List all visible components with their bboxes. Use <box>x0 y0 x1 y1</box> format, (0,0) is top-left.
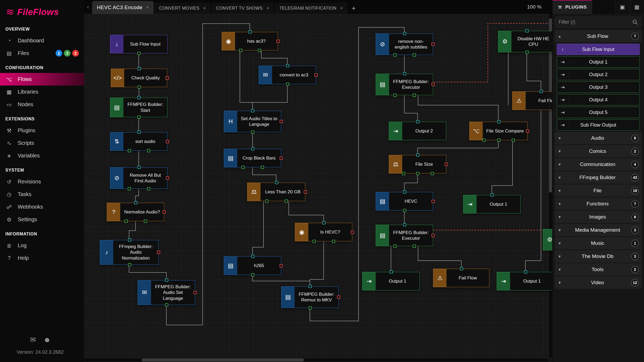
failure-connector[interactable] <box>526 130 529 133</box>
output-connector[interactable] <box>525 51 529 54</box>
input-connector[interactable] <box>165 279 168 282</box>
input-connector[interactable] <box>390 270 393 274</box>
tab-plugins[interactable]: ⚒ PLUGINS <box>552 0 592 14</box>
flow-node-is-hevc[interactable]: ◉Is HEVC? <box>295 223 352 241</box>
tab-close-icon[interactable]: × <box>146 5 149 10</box>
flow-node-convert-to-ac3[interactable]: ✉convert to ac3 <box>259 66 316 84</box>
flow-node-hevc[interactable]: ▤HEVC <box>376 192 433 210</box>
input-connector[interactable] <box>322 221 325 224</box>
plugin-group-music[interactable]: ▼Music1 <box>555 237 642 249</box>
failure-connector[interactable] <box>431 200 435 203</box>
output-connector[interactable] <box>128 263 131 266</box>
sidebar-item-scripts[interactable]: ∿Scripts <box>0 137 84 149</box>
failure-connector[interactable] <box>166 140 169 143</box>
sidebar-item-revisions[interactable]: ↺Revisions <box>0 175 84 188</box>
output-connector[interactable] <box>128 149 131 152</box>
flow-node-output-1[interactable]: ⇥Output 1 <box>497 272 552 290</box>
output-connector[interactable] <box>393 245 397 248</box>
failure-connector[interactable] <box>163 210 166 214</box>
flow-node-h265[interactable]: ▤h265 <box>224 256 281 275</box>
failure-connector[interactable] <box>337 295 340 299</box>
output-connector[interactable] <box>413 53 416 57</box>
failure-connector[interactable] <box>431 43 435 46</box>
output-connector[interactable] <box>332 240 335 243</box>
input-connector[interactable] <box>540 90 543 93</box>
failure-connector[interactable] <box>157 251 160 254</box>
flow-node-output-1[interactable]: ⇥Output 1 <box>463 195 521 213</box>
output-connector[interactable] <box>128 187 131 190</box>
output-connector[interactable] <box>512 139 515 142</box>
discord-icon[interactable]: ☻ <box>43 336 51 344</box>
sidebar-item-flows[interactable]: ⌥Flows <box>0 73 84 86</box>
flow-node-check-quality[interactable]: </>Check Quality <box>111 69 167 87</box>
tab-fields[interactable]: ▦ <box>630 0 644 14</box>
plugin-group-ffmpeg-builder[interactable]: ▼FFmpeg Builder43 <box>555 171 642 184</box>
sidebar-item-files[interactable]: ▤Files232 <box>0 47 84 60</box>
output-connector[interactable] <box>413 245 416 248</box>
output-connector[interactable] <box>431 172 434 175</box>
flow-node-sort-audio[interactable]: ⇅sort audio <box>110 132 167 151</box>
flow-tab-convert-tv-shows[interactable]: CONVERT TV SHOWS× <box>211 3 274 14</box>
sidebar-item-tasks[interactable]: ◷Tasks <box>0 188 84 201</box>
output-connector[interactable] <box>239 49 242 52</box>
output-connector[interactable] <box>265 200 268 203</box>
flow-node-set-audio-titles-to-language[interactable]: HSet Audio Titles to Language <box>224 111 281 132</box>
plugin-item-output-2[interactable]: ⇥Output 2 <box>557 69 640 80</box>
output-connector[interactable] <box>402 172 405 175</box>
output-connector[interactable] <box>261 166 264 169</box>
flow-tab-telegram-notification[interactable]: TELEGRAM NOTIFICATION× <box>274 3 348 14</box>
output-connector[interactable] <box>309 306 312 309</box>
output-connector[interactable] <box>165 303 168 306</box>
plugin-filter-input[interactable] <box>555 17 641 28</box>
failure-connector[interactable] <box>445 163 448 166</box>
plugin-item-output-4[interactable]: ⇥Output 4 <box>557 94 640 105</box>
plugin-group-communication[interactable]: ▼Communication4 <box>555 158 642 171</box>
input-connector[interactable] <box>309 285 312 288</box>
flow-node-fail-flow[interactable]: ⚠Fail Flow <box>433 269 489 287</box>
output-connector[interactable] <box>147 149 150 152</box>
sidebar-item-webhooks[interactable]: ☍Webhooks <box>0 201 84 213</box>
sidebar-item-dashboard[interactable]: ◔Dashboard <box>0 34 84 47</box>
output-connector[interactable] <box>313 240 316 243</box>
flow-node-remove-non-english-subtitles[interactable]: ⊘remove non-english subtitles <box>376 34 433 55</box>
plugin-item-output-3[interactable]: ⇥Output 3 <box>557 82 640 93</box>
new-tab-button[interactable]: + <box>348 3 359 14</box>
output-connector[interactable] <box>138 86 141 89</box>
input-connector[interactable] <box>138 67 141 70</box>
output-connector[interactable] <box>251 131 254 134</box>
output-connector[interactable] <box>285 200 288 203</box>
output-connector[interactable] <box>497 139 500 142</box>
input-connector[interactable] <box>403 72 406 75</box>
input-connector[interactable] <box>128 238 131 242</box>
flow-node-ffmpeg-builder-audio-set-language[interactable]: ✉FFMPEG Builder: Audio Set Language <box>138 280 195 305</box>
failure-connector[interactable] <box>280 157 283 160</box>
input-connector[interactable] <box>251 147 254 150</box>
flow-node-crop-black-bars[interactable]: ▤Crop Black Bars <box>224 149 281 167</box>
input-connector[interactable] <box>497 120 500 123</box>
output-connector[interactable] <box>241 166 245 169</box>
flow-node-ffmpeg-builder-remux-to-mkv[interactable]: ▤FFMPEG Builder: Remux to MKV <box>281 286 339 308</box>
plugin-group-functions[interactable]: ▼Functions7 <box>555 198 642 210</box>
input-connector[interactable] <box>403 32 406 35</box>
input-connector[interactable] <box>416 120 419 123</box>
flow-tab-hevc-ac3-encode[interactable]: HEVC AC3 Encode× <box>92 1 154 14</box>
sidebar-item-nodes[interactable]: ▭Nodes <box>0 98 84 111</box>
flow-node-normalize-audio[interactable]: ?Normalize Audio? <box>107 203 164 221</box>
output-connector[interactable] <box>125 220 128 223</box>
flow-node-hidden[interactable]: ⚙ <box>543 229 552 250</box>
failure-connector[interactable] <box>276 40 280 43</box>
sidebar-item-settings[interactable]: ⚙Settings <box>0 213 84 226</box>
failure-connector[interactable] <box>280 120 283 123</box>
flow-node-ffmpeg-builder-executor[interactable]: ▤FFMPEG Builder: Executor <box>376 225 433 246</box>
flow-node-output-2[interactable]: ⇥Output 2 <box>389 122 446 140</box>
failure-connector[interactable] <box>351 231 354 234</box>
app-logo[interactable]: ≋ FileFlows <box>0 0 84 21</box>
horizontal-scrollbar-thumb[interactable] <box>142 359 304 361</box>
output-connector[interactable] <box>147 187 150 190</box>
flow-node-ffmpeg-builder-start[interactable]: ▤FFMPEG Builder: Start <box>110 98 167 117</box>
input-connector[interactable] <box>137 96 141 99</box>
input-connector[interactable] <box>251 255 254 258</box>
failure-connector[interactable] <box>166 176 169 180</box>
sidebar-item-plugins[interactable]: ⚒Plugins <box>0 124 84 137</box>
flow-node-remove-all-but-first-audio[interactable]: ⊘Remove All But First Audio <box>110 167 167 189</box>
